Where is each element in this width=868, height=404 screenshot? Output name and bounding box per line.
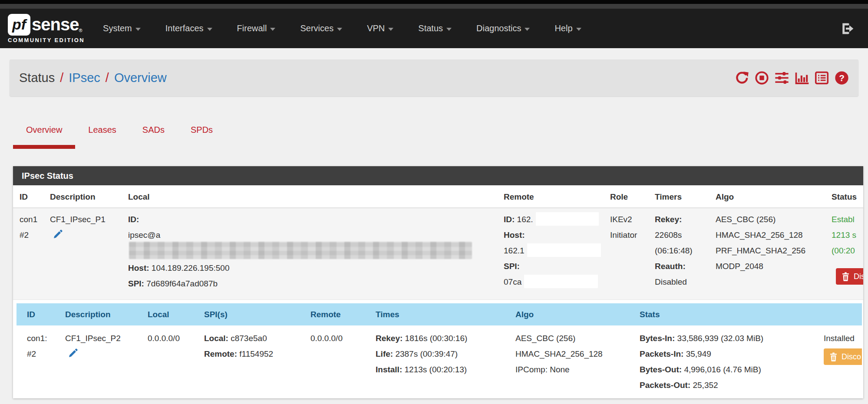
ipsec-status-panel: IPsec Status ID Description Local Remote… <box>13 166 863 398</box>
nav-item-system[interactable]: System <box>103 23 141 33</box>
col-stats: Stats <box>634 310 812 319</box>
col-algo: Algo <box>510 310 634 319</box>
panel-title: IPsec Status <box>13 166 863 185</box>
col-spis: SPI(s) <box>199 310 305 319</box>
trash-icon <box>842 272 850 281</box>
chevron-down-icon <box>135 28 141 31</box>
cell-algo: AES_CBC (256) HMAC_SHA2_256_128 IPComp: … <box>510 331 634 393</box>
col-algo: Algo <box>709 192 825 202</box>
nav-item-interfaces[interactable]: Interfaces <box>165 23 212 33</box>
chevron-down-icon <box>388 28 393 31</box>
breadcrumb-separator: / <box>60 71 63 85</box>
cell-status: Establ 1213 s (00:20 Dis <box>825 212 863 293</box>
nav-item-firewall[interactable]: Firewall <box>237 23 276 33</box>
nav-item-diagnostics[interactable]: Diagnostics <box>476 23 530 33</box>
chevron-down-icon <box>525 28 530 31</box>
p2-table-row: con1: #2 CF1_IPsec_P2 0.0.0.0/0 Local: c… <box>17 325 862 393</box>
breadcrumb: Status/IPsec/Overview <box>19 71 167 85</box>
cell-remote: 0.0.0.0/0 <box>305 331 370 393</box>
cell-id: con1 #2 <box>13 212 43 293</box>
col-id: ID <box>17 310 60 319</box>
log-list-icon[interactable] <box>815 71 829 85</box>
col-timers: Timers <box>648 192 709 202</box>
tab-overview[interactable]: Overview <box>13 116 75 149</box>
chevron-down-icon <box>576 28 581 31</box>
filter-settings-icon[interactable] <box>775 71 789 85</box>
help-icon[interactable]: ? <box>835 71 849 85</box>
svg-text:?: ? <box>839 73 845 83</box>
tab-bar: Overview Leases SADs SPDs <box>13 116 226 149</box>
p2-table-header: ID Description Local SPI(s) Remote Times… <box>17 303 862 325</box>
refresh-icon[interactable] <box>735 71 749 85</box>
chevron-down-icon <box>207 28 212 31</box>
cell-description: CF1_IPsec_P1 <box>43 212 122 293</box>
chevron-down-icon <box>270 28 275 31</box>
redacted-remote-spi <box>524 275 598 288</box>
nav-item-help[interactable]: Help <box>554 23 581 33</box>
edit-pencil-icon[interactable] <box>53 229 63 240</box>
cell-algo: AES_CBC (256) HMAC_SHA2_256_128 PRF_HMAC… <box>709 212 825 293</box>
breadcrumb-separator: / <box>106 71 109 85</box>
logout-icon[interactable] <box>840 22 854 36</box>
disconnect-p1-button[interactable]: Dis <box>836 268 863 285</box>
col-local: Local <box>122 192 497 202</box>
nav-item-services[interactable]: Services <box>300 23 342 33</box>
cell-local: ID: ipsec@a Host: 104.189.226.195:500 SP… <box>122 212 497 293</box>
nav-menu: System Interfaces Firewall Services VPN … <box>103 23 581 33</box>
window-top-strip <box>0 0 868 4</box>
cell-description: CF1_IPsec_P2 <box>60 331 142 393</box>
col-id: ID <box>13 192 43 202</box>
nav-item-vpn[interactable]: VPN <box>367 23 393 33</box>
col-remote: Remote <box>497 192 604 202</box>
redacted-remote-host <box>527 243 601 257</box>
col-description: Description <box>43 192 122 202</box>
cell-local: 0.0.0.0/0 <box>142 331 199 393</box>
cell-remote: ID: 162. Host: 162.1 SPI: 07ca <box>497 212 604 293</box>
edit-pencil-icon[interactable] <box>68 348 78 358</box>
breadcrumb-link-overview[interactable]: Overview <box>114 71 167 85</box>
tab-leases[interactable]: Leases <box>75 116 129 149</box>
top-navbar: pf sense ® COMMUNITY EDITION System Inte… <box>0 9 868 48</box>
col-remote: Remote <box>305 310 370 319</box>
status-installed: Installed <box>824 331 862 346</box>
cell-times: Rekey: 1816s (00:30:16) Life: 2387s (00:… <box>370 331 510 393</box>
cell-id: con1: #2 <box>17 331 60 393</box>
redacted-local-id <box>129 242 472 259</box>
cell-spis: Local: c873e5a0 Remote: f1154952 <box>199 331 305 393</box>
cell-status: Installed Disco <box>812 331 862 393</box>
tab-spds[interactable]: SPDs <box>178 116 226 149</box>
p1-table-row: con1 #2 CF1_IPsec_P1 ID: ipsec@a Host: 1… <box>13 208 863 300</box>
cell-role: IKEv2 Initiator <box>604 212 648 293</box>
col-times: Times <box>370 310 510 319</box>
brand-sense: sense <box>32 15 79 34</box>
status-established: Establ <box>832 212 863 227</box>
disconnect-p2-button[interactable]: Disco <box>824 348 862 365</box>
breadcrumb-section: Status <box>19 71 55 85</box>
pf-logo-box: pf <box>8 14 30 36</box>
chevron-down-icon <box>446 28 452 31</box>
col-role: Role <box>604 192 648 202</box>
window-title-strip <box>0 4 868 9</box>
p1-table-header: ID Description Local Remote Role Timers … <box>13 185 863 208</box>
col-status: Status <box>825 192 863 202</box>
page-action-icons: ? <box>735 71 849 85</box>
col-local: Local <box>142 310 199 319</box>
nav-item-status[interactable]: Status <box>418 23 452 33</box>
tab-sads[interactable]: SADs <box>129 116 178 149</box>
brand-registered-mark: ® <box>79 28 82 33</box>
breadcrumb-link-ipsec[interactable]: IPsec <box>69 71 100 85</box>
breadcrumb-bar: Status/IPsec/Overview <box>10 59 858 96</box>
redacted-remote-id <box>536 212 599 226</box>
stop-icon[interactable] <box>755 71 769 85</box>
pfsense-logo[interactable]: pf sense ® COMMUNITY EDITION <box>8 14 85 43</box>
cell-timers: Rekey: 22608s (06:16:48) Reauth: Disable… <box>648 212 709 293</box>
trash-icon <box>829 352 838 361</box>
p2-table: ID Description Local SPI(s) Remote Times… <box>17 303 862 393</box>
col-description: Description <box>60 310 142 319</box>
cell-stats: Bytes-In: 33,586,939 (32.03 MiB) Packets… <box>634 331 812 393</box>
bar-chart-icon[interactable] <box>795 71 809 85</box>
brand-subtitle: COMMUNITY EDITION <box>8 37 85 43</box>
chevron-down-icon <box>337 28 342 31</box>
